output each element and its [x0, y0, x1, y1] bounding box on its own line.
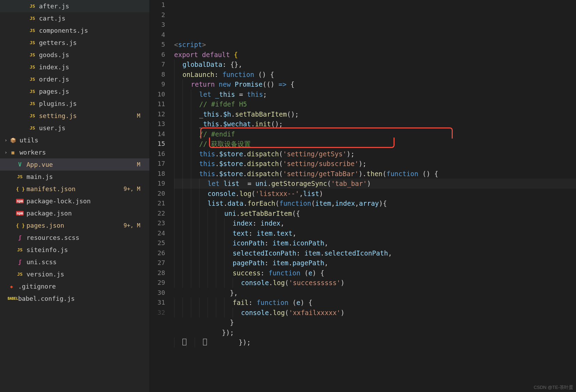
js-icon: JS: [29, 113, 36, 118]
code-line[interactable]: <script>: [174, 40, 576, 50]
code-line[interactable]: // 获取设备设置: [174, 139, 576, 149]
code-line[interactable]: selectedIconPath: item.selectedIconPath,: [174, 248, 576, 258]
file-item[interactable]: npmpackage-lock.json: [0, 195, 149, 207]
folder-icon: ■: [9, 150, 17, 155]
code-content[interactable]: <script>export default { globalData: {},…: [174, 0, 576, 392]
line-number: 2: [150, 10, 165, 20]
code-line[interactable]: globalData: {},: [174, 60, 576, 70]
file-item[interactable]: VApp.vueM: [0, 158, 149, 171]
file-name-label: order.js: [39, 76, 147, 83]
file-name-label: cart.js: [39, 15, 147, 22]
file-name-label: .gitignore: [18, 283, 147, 290]
vue-icon: V: [16, 161, 24, 168]
line-number: 14: [150, 129, 165, 139]
code-line[interactable]: this.$store.dispatch('setting/getTabBar'…: [174, 169, 576, 179]
code-line[interactable]: console.log('successssss'): [174, 278, 576, 288]
code-line[interactable]: list.data.forEach(function(item,index,ar…: [174, 198, 576, 209]
file-item[interactable]: JScomponents.js: [0, 24, 149, 37]
file-item[interactable]: JScart.js: [0, 12, 149, 24]
file-item[interactable]: BABELbabel.config.js: [0, 292, 149, 305]
line-number: 18: [150, 169, 165, 179]
line-number: 15: [150, 139, 165, 149]
file-item[interactable]: ʃresources.scss: [0, 232, 149, 244]
file-item[interactable]: { }pages.json9+, M: [0, 219, 149, 232]
file-name-label: pages.js: [39, 88, 147, 95]
file-item[interactable]: JSafter.js: [0, 0, 149, 12]
file-item[interactable]: ◆.gitignore: [0, 280, 149, 292]
file-name-label: pages.json: [26, 222, 124, 229]
code-line[interactable]: fail: function (e) {: [174, 298, 576, 308]
line-number: 24: [150, 228, 165, 238]
file-item[interactable]: JSpages.js: [0, 85, 149, 97]
js-icon: JS: [29, 64, 36, 70]
file-item[interactable]: JSversion.js: [0, 268, 149, 280]
file-item[interactable]: { }manifest.json9+, M: [0, 183, 149, 195]
code-line[interactable]: }: [174, 317, 576, 328]
code-line[interactable]: pagePath: item.pagePath,: [174, 258, 576, 268]
js-icon: JS: [29, 77, 36, 82]
file-item[interactable]: ʃuni.scss: [0, 256, 149, 268]
code-line[interactable]: index: index,: [174, 218, 576, 228]
code-line[interactable]: console.log('xxfailxxxxx'): [174, 308, 576, 318]
code-line[interactable]: // #endif: [174, 129, 576, 139]
git-status-badge: M: [137, 161, 147, 168]
code-line[interactable]: console.log('listxxx--',list): [174, 189, 576, 199]
js-icon: JS: [29, 40, 36, 45]
code-line[interactable]: let list = uni.getStorageSync('tab_bar'): [174, 179, 576, 189]
code-editor[interactable]: 1234567891011121314151617181920212223242…: [150, 0, 576, 392]
code-line[interactable]: this.$store.dispatch('setting/getSys');: [174, 149, 576, 159]
line-number: 23: [150, 218, 165, 228]
file-item[interactable]: npmpackage.json: [0, 207, 149, 219]
line-number: 25: [150, 238, 165, 248]
code-line[interactable]: },: [174, 288, 576, 298]
file-name-label: package.json: [26, 210, 147, 217]
code-line[interactable]: // #ifdef H5: [174, 99, 576, 109]
line-number: 3: [150, 20, 165, 30]
js-icon: JS: [29, 28, 36, 33]
file-item[interactable]: JSplugins.js: [0, 97, 149, 110]
line-number: 6: [150, 50, 165, 60]
code-line[interactable]: onLaunch: function () {: [174, 70, 576, 80]
file-item[interactable]: JSmain.js: [0, 171, 149, 183]
file-item[interactable]: JSsetting.jsM: [0, 110, 149, 122]
code-line[interactable]: success: function (e) {: [174, 268, 576, 278]
line-number: 10: [150, 89, 165, 100]
scss-icon: ʃ: [16, 259, 24, 265]
file-item[interactable]: JSindex.js: [0, 61, 149, 73]
folder-item[interactable]: ›■workers: [0, 146, 149, 158]
code-line[interactable]: this.$store.dispatch('setting/subscribe'…: [174, 159, 576, 169]
line-number: 4: [150, 30, 165, 40]
line-number: 26: [150, 248, 165, 258]
code-line[interactable]: iconPath: item.iconPath,: [174, 238, 576, 248]
file-name-label: siteinfo.js: [26, 246, 147, 253]
code-line[interactable]: export default {: [174, 50, 576, 60]
file-name-label: manifest.json: [26, 185, 124, 193]
code-line[interactable]: });: [174, 328, 576, 338]
line-number: 9: [150, 79, 165, 89]
line-number: 27: [150, 258, 165, 268]
code-line[interactable]: uni.setTabBarItem({: [174, 209, 576, 219]
code-line[interactable]: _this.$h.setTabBarItem();: [174, 109, 576, 119]
code-line[interactable]: let _this = this;: [174, 89, 576, 100]
code-line[interactable]: return new Promise(() => {: [174, 79, 576, 89]
file-item[interactable]: JSuser.js: [0, 122, 149, 134]
line-number: 7: [150, 60, 165, 70]
code-line[interactable]: _this.$wechat.init();: [174, 119, 576, 129]
line-number: 28: [150, 268, 165, 278]
line-number: 19: [150, 179, 165, 189]
file-name-label: workers: [20, 149, 147, 156]
folder-icon: 📦: [9, 138, 17, 143]
folder-item[interactable]: ›📦utils: [0, 134, 149, 146]
code-line[interactable]: });: [174, 337, 576, 347]
file-name-label: resources.scss: [26, 234, 147, 241]
file-item[interactable]: JSsiteinfo.js: [0, 244, 149, 256]
git-icon: ◆: [8, 284, 15, 289]
file-item[interactable]: JSorder.js: [0, 73, 149, 85]
file-explorer[interactable]: JSafter.jsJScart.jsJScomponents.jsJSgett…: [0, 0, 150, 392]
file-name-label: utils: [20, 136, 147, 144]
file-name-label: App.vue: [26, 161, 137, 168]
file-item[interactable]: JSgetters.js: [0, 37, 149, 49]
line-number: 5: [150, 40, 165, 50]
file-item[interactable]: JSgoods.js: [0, 49, 149, 61]
code-line[interactable]: text: item.text,: [174, 228, 576, 238]
